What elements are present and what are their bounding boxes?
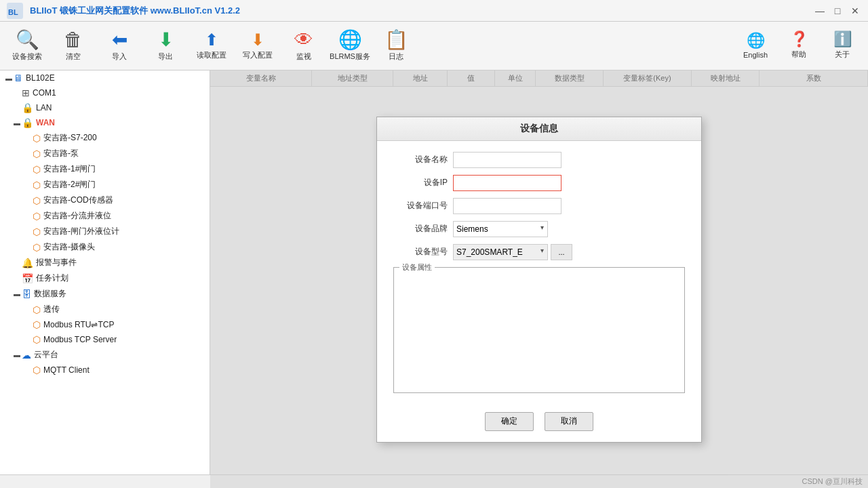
sidebar-item-cloud[interactable]: ▬ ☁ 云平台 [0, 347, 210, 363]
camera-label: 安吉路-摄像头 [43, 241, 95, 253]
toolbar-write-config-label: 写入配置 [243, 51, 273, 60]
dialog-body: 设备名称 设备IP 设备端口号 设备品牌 [377, 141, 701, 404]
help-icon: ❓ [790, 32, 808, 47]
device-name-label: 设备名称 [393, 154, 448, 165]
toolbar-english[interactable]: 🌐 English [735, 24, 776, 68]
monitor-icon: 👁 [294, 30, 313, 49]
log-icon: 📋 [384, 30, 408, 49]
sidebar-item-modbus-tcp-server[interactable]: ⬡ Modbus TCP Server [0, 332, 210, 347]
toolbar-read-config[interactable]: ⬆ 读取配置 [190, 24, 233, 68]
toolbar-monitor-label: 监视 [296, 52, 311, 61]
toolbar-blrms[interactable]: 🌐 BLRMS服务 [328, 24, 372, 68]
device-port-input[interactable] [453, 198, 561, 214]
sidebar-root[interactable]: ▬ 🖥 BL102E [0, 70, 210, 85]
sidebar-item-alarm[interactable]: 🔔 报警与事件 [0, 255, 210, 270]
device-ip-input[interactable] [453, 175, 561, 191]
brand-select-wrapper: Siemens Mitsubishi Omron Modbus [453, 221, 548, 237]
dialog-backdrop: 设备信息 设备名称 设备IP 设备端口号 [210, 70, 868, 488]
window-controls: — □ ✕ [812, 3, 863, 18]
cancel-button[interactable]: 取消 [545, 412, 593, 431]
alarm-label: 报警与事件 [36, 257, 77, 268]
device-ip-label: 设备IP [393, 177, 448, 188]
gate2-label: 安吉路-2#闸门 [43, 179, 96, 190]
toolbar-about[interactable]: ℹ️ 关于 [822, 24, 863, 68]
properties-content [399, 279, 679, 387]
clear-icon: 🗑 [64, 30, 83, 49]
data-service-arrow: ▬ [14, 290, 22, 298]
camera-icon: ⬡ [33, 242, 41, 253]
wan-icon: 🔒 [22, 117, 33, 128]
sidebar-item-anjilu-cod[interactable]: ⬡ 安吉路-COD传感器 [0, 192, 210, 208]
cloud-arrow: ▬ [14, 351, 22, 359]
content-area: 变量名称 地址类型 地址 值 单位 数据类型 变量标签(Key) 映射地址 系数… [210, 70, 868, 488]
device-brand-select[interactable]: Siemens Mitsubishi Omron Modbus [453, 221, 548, 237]
english-icon: 🌐 [747, 33, 765, 48]
maximize-button[interactable]: □ [830, 3, 845, 18]
toolbar-write-config[interactable]: ⬇ 写入配置 [236, 24, 279, 68]
toolbar-monitor[interactable]: 👁 监视 [282, 24, 326, 68]
sidebar-item-lan[interactable]: 🔒 LAN [0, 100, 210, 115]
sidebar-item-mqtt-client[interactable]: ⬡ MQTT Client [0, 363, 210, 378]
cod-icon: ⬡ [33, 195, 41, 206]
toolbar-clear[interactable]: 🗑 清空 [52, 24, 95, 68]
lan-icon: 🔒 [22, 102, 33, 113]
device-name-input[interactable] [453, 152, 561, 168]
sidebar-item-anjilu-camera[interactable]: ⬡ 安吉路-摄像头 [0, 239, 210, 255]
task-icon: 📅 [22, 273, 33, 284]
mqtt-icon: ⬡ [33, 365, 41, 375]
task-label: 任务计划 [36, 272, 68, 284]
modbus-tcp-label: Modbus TCP Server [43, 335, 117, 344]
toolbar-about-label: 关于 [835, 49, 850, 60]
cod-label: 安吉路-COD传感器 [43, 195, 113, 206]
form-row-device-name: 设备名称 [393, 152, 685, 168]
modbus-rtu-label: Modbus RTU⇌TCP [43, 320, 114, 329]
s7200-icon: ⬡ [33, 133, 41, 144]
sidebar-item-anjilu-pump[interactable]: ⬡ 安吉路-泵 [0, 146, 210, 161]
gate2-icon: ⬡ [33, 180, 41, 190]
toolbar-export-label: 导出 [158, 52, 173, 61]
read-config-icon: ⬆ [205, 32, 218, 48]
minimize-button[interactable]: — [812, 3, 827, 18]
toolbar: 🔍 设备搜索 🗑 清空 ⬅ 导入 ⬇ 导出 ⬆ 读取配置 ⬇ 写入配置 👁 监视… [0, 22, 868, 70]
sidebar-item-anjilu-level[interactable]: ⬡ 安吉路-分流井液位 [0, 208, 210, 224]
wan-arrow: ▬ [14, 119, 22, 127]
confirm-button[interactable]: 确定 [485, 412, 534, 431]
export-icon: ⬇ [158, 30, 174, 49]
device-model-label: 设备型号 [393, 246, 448, 258]
app-logo: BL [5, 1, 24, 20]
toolbar-export[interactable]: ⬇ 导出 [144, 24, 187, 68]
properties-legend: 设备属性 [399, 262, 435, 272]
browse-button[interactable]: ... [551, 244, 572, 260]
sidebar-item-anjilu-gate1[interactable]: ⬡ 安吉路-1#闸门 [0, 161, 210, 177]
sidebar-item-anjilu-gate2[interactable]: ⬡ 安吉路-2#闸门 [0, 177, 210, 192]
sidebar-item-anjilu-s7-200[interactable]: ⬡ 安吉路-S7-200 [0, 130, 210, 146]
lan-label: LAN [36, 103, 52, 113]
form-row-device-port: 设备端口号 [393, 198, 685, 214]
about-icon: ℹ️ [833, 32, 852, 47]
mqtt-label: MQTT Client [43, 365, 90, 375]
toolbar-import[interactable]: ⬅ 导入 [98, 24, 141, 68]
sidebar-item-anjilu-gate-out[interactable]: ⬡ 安吉路-闸门外液位计 [0, 224, 210, 239]
form-row-device-model: 设备型号 S7_200SMART_E S7_200SMART S7_300 S7… [393, 244, 685, 260]
sidebar-item-data-service[interactable]: ▬ 🗄 数据服务 [0, 286, 210, 302]
device-model-select[interactable]: S7_200SMART_E S7_200SMART S7_300 S7_1200 [453, 244, 548, 260]
wan-label: WAN [36, 118, 55, 127]
data-service-label: 数据服务 [34, 288, 66, 300]
toolbar-help[interactable]: ❓ 帮助 [778, 24, 819, 68]
level-icon: ⬡ [33, 211, 41, 222]
com1-icon: ⊞ [22, 87, 30, 98]
sidebar-item-modbus-rtu-tcp[interactable]: ⬡ Modbus RTU⇌TCP [0, 317, 210, 332]
sidebar-item-com1[interactable]: ⊞ COM1 [0, 85, 210, 100]
gate1-label: 安吉路-1#闸门 [43, 163, 96, 175]
model-select-wrapper: S7_200SMART_E S7_200SMART S7_300 S7_1200 [453, 244, 548, 260]
toolbar-search[interactable]: 🔍 设备搜索 [5, 24, 49, 68]
cloud-icon: ☁ [22, 350, 31, 361]
sidebar-item-wan[interactable]: ▬ 🔒 WAN [0, 115, 210, 130]
sidebar-item-passthrough[interactable]: ⬡ 透传 [0, 302, 210, 317]
toolbar-log[interactable]: 📋 日志 [374, 24, 418, 68]
sidebar-item-task[interactable]: 📅 任务计划 [0, 270, 210, 286]
device-brand-label: 设备品牌 [393, 223, 448, 235]
dialog-title: 设备信息 [377, 117, 701, 141]
close-button[interactable]: ✕ [848, 3, 863, 18]
toolbar-log-label: 日志 [389, 52, 403, 61]
